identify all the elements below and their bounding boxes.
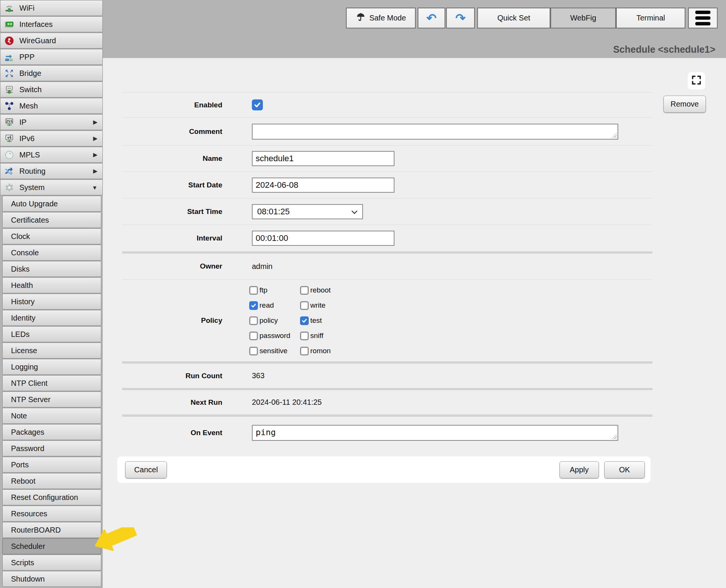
enabled-checkbox[interactable]: [252, 99, 263, 110]
interfaces-icon: [4, 19, 14, 30]
sidebar-item-mpls[interactable]: MPLS▶: [0, 147, 103, 163]
policy-option-reboot[interactable]: reboot: [300, 286, 331, 295]
sidebar-item-bridge[interactable]: Bridge: [0, 65, 103, 81]
umbrella-icon: [356, 12, 366, 24]
policy-option-read[interactable]: read: [249, 301, 300, 310]
sidebar-item-disks[interactable]: Disks: [2, 261, 101, 277]
sidebar-item-label: Shutdown: [11, 575, 45, 583]
sidebar-item-certificates[interactable]: Certificates: [2, 212, 101, 228]
routing-icon: [4, 166, 14, 176]
sidebar-item-interfaces[interactable]: Interfaces: [0, 16, 103, 32]
sidebar-item-console[interactable]: Console: [2, 245, 101, 261]
checkbox-unchecked-icon[interactable]: [249, 286, 258, 295]
sidebar-item-shutdown[interactable]: Shutdown: [2, 571, 101, 587]
sidebar-item-scripts[interactable]: Scripts: [2, 555, 101, 571]
sidebar-item-ntp-server[interactable]: NTP Server: [2, 391, 101, 407]
sidebar-item-packages[interactable]: Packages: [2, 424, 101, 440]
sidebar-item-clock[interactable]: Clock: [2, 228, 101, 244]
fullscreen-button[interactable]: [688, 72, 705, 90]
sidebar-item-routing[interactable]: Routing▶: [0, 163, 103, 179]
name-input[interactable]: [252, 151, 394, 166]
checkbox-checked-icon[interactable]: [249, 301, 258, 310]
cancel-button[interactable]: Cancel: [125, 461, 167, 478]
sidebar-item-note[interactable]: Note: [2, 408, 101, 424]
sidebar-item-reboot[interactable]: Reboot: [2, 473, 101, 489]
policy-option-label: reboot: [310, 286, 331, 294]
tab-terminal[interactable]: Terminal: [616, 8, 685, 28]
bridge-icon: [4, 68, 14, 79]
sidebar-item-identity[interactable]: Identity: [2, 310, 101, 326]
comment-textarea[interactable]: [252, 124, 618, 140]
undo-arrow-icon: ↶: [426, 12, 437, 24]
sidebar-item-ntp-client[interactable]: NTP Client: [2, 375, 101, 391]
policy-option-label: write: [310, 301, 325, 310]
redo-button[interactable]: ↷: [446, 8, 475, 28]
checkbox-unchecked-icon[interactable]: [249, 332, 258, 340]
checkbox-unchecked-icon[interactable]: [249, 347, 258, 355]
policy-option-ftp[interactable]: ftp: [249, 286, 300, 295]
checkbox-unchecked-icon[interactable]: [300, 286, 309, 295]
form-row-next-run: Next Run 2024-06-11 20:41:25: [122, 388, 652, 415]
policy-option-romon[interactable]: romon: [300, 347, 331, 355]
sidebar-item-license[interactable]: License: [2, 343, 101, 358]
sidebar-item-ip[interactable]: 255IP▶: [0, 114, 103, 130]
sidebar-item-label: Console: [11, 248, 39, 257]
start-date-label: Start Date: [122, 181, 222, 189]
ok-button[interactable]: OK: [604, 461, 645, 478]
policy-option-label: password: [259, 332, 290, 340]
policy-option-test[interactable]: test: [300, 316, 331, 325]
owner-value: admin: [252, 262, 272, 271]
chevron-down-icon: [351, 207, 358, 217]
sidebar-item-auto-upgrade[interactable]: Auto Upgrade: [2, 196, 101, 212]
checkbox-unchecked-icon[interactable]: [300, 332, 309, 340]
sidebar-item-wireguard[interactable]: WireGuard: [0, 33, 103, 49]
sidebar-item-ports[interactable]: Ports: [2, 457, 101, 473]
policy-option-password[interactable]: password: [249, 332, 300, 340]
sidebar-item-leds[interactable]: LEDs: [2, 326, 101, 342]
policy-option-sniff[interactable]: sniff: [300, 332, 331, 340]
sidebar-item-reset-configuration[interactable]: Reset Configuration: [2, 489, 101, 505]
policy-option-sensitive[interactable]: sensitive: [249, 347, 300, 355]
sidebar-item-password[interactable]: Password: [2, 440, 101, 456]
policy-label: Policy: [122, 316, 222, 325]
sidebar-item-logging[interactable]: Logging: [2, 359, 101, 375]
chevron-right-icon: ▶: [93, 151, 97, 158]
sidebar-item-mesh[interactable]: Mesh: [0, 98, 103, 114]
on-event-textarea[interactable]: ping: [252, 425, 618, 441]
sidebar-item-resources[interactable]: Resources: [2, 506, 101, 522]
sidebar-item-ppp[interactable]: PPP: [0, 49, 103, 65]
sidebar-item-system[interactable]: System▼: [0, 179, 103, 195]
apply-button[interactable]: Apply: [559, 461, 599, 478]
start-date-input[interactable]: [252, 178, 394, 193]
run-count-value: 363: [252, 371, 264, 380]
comment-label: Comment: [122, 127, 222, 136]
policy-option-policy[interactable]: policy: [249, 316, 300, 325]
sidebar-item-label: RouterBOARD: [11, 526, 61, 535]
tab-webfig[interactable]: WebFig: [550, 8, 616, 28]
checkbox-checked-icon[interactable]: [300, 316, 309, 325]
sidebar-item-ipv6[interactable]: ∨6IPv6▶: [0, 130, 103, 146]
mesh-icon: [4, 101, 14, 111]
policy-option-write[interactable]: write: [300, 301, 331, 310]
sidebar-item-scheduler[interactable]: Scheduler: [2, 538, 101, 554]
hamburger-menu-button[interactable]: [688, 8, 718, 28]
sidebar-item-wifi[interactable]: WiFi: [0, 0, 103, 16]
sidebar-item-routerboard[interactable]: RouterBOARD: [2, 522, 101, 538]
safe-mode-button[interactable]: Safe Mode: [346, 8, 416, 28]
sidebar-item-health[interactable]: Health: [2, 277, 101, 293]
checkbox-unchecked-icon[interactable]: [249, 316, 258, 325]
checkbox-unchecked-icon[interactable]: [300, 301, 309, 310]
form-row-on-event: On Event ping: [122, 415, 652, 449]
undo-button[interactable]: ↶: [418, 8, 445, 28]
start-time-select[interactable]: 08:01:25: [252, 204, 363, 219]
sidebar-item-history[interactable]: History: [2, 294, 101, 310]
name-label: Name: [122, 154, 222, 163]
next-run-label: Next Run: [122, 398, 222, 407]
sidebar-item-switch[interactable]: Switch: [0, 82, 103, 97]
sidebar-item-label: Bridge: [19, 69, 41, 78]
tab-quick-set[interactable]: Quick Set: [477, 8, 550, 28]
checkbox-unchecked-icon[interactable]: [300, 347, 309, 355]
interval-input[interactable]: [252, 231, 394, 246]
remove-button[interactable]: Remove: [663, 96, 706, 113]
chevron-right-icon: ▶: [93, 119, 97, 126]
